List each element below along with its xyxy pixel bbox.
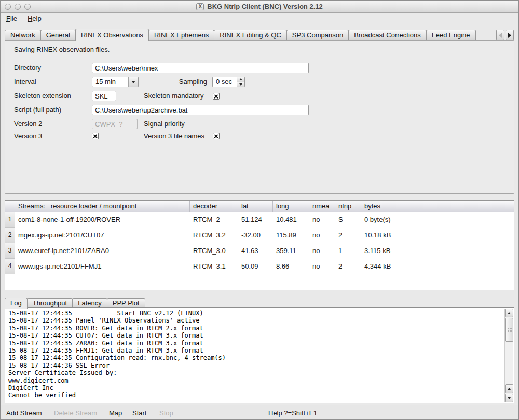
col-header-mountpoint[interactable]: Streams: resource loader / mountpoint — [15, 201, 190, 212]
col-header-ntrip[interactable]: ntrip — [335, 201, 361, 212]
col-header-bytes[interactable]: bytes — [361, 201, 514, 212]
menu-file[interactable]: File — [6, 15, 17, 22]
table-row[interactable]: 3 www.euref-ip.net:2101/ZARA0 RTCM_3.0 4… — [5, 243, 514, 259]
cell-nmea: no — [309, 243, 335, 259]
scroll-down-button[interactable] — [505, 394, 513, 402]
version3-filenames-checkbox[interactable] — [213, 133, 220, 139]
version3-checkbox[interactable] — [92, 133, 99, 139]
row-number[interactable]: 4 — [5, 259, 15, 274]
delete-stream-button: Delete Stream — [54, 409, 97, 417]
rinex-observations-panel: Saving RINEX observation files. Director… — [5, 40, 514, 194]
cell-decoder: RTCM_3.2 — [190, 228, 238, 243]
cell-mountpoint: www.euref-ip.net:2101/ZARA0 — [15, 243, 190, 259]
cell-bytes: 0 byte(s) — [361, 212, 514, 228]
skeleton-mandatory-checkbox[interactable] — [213, 93, 220, 100]
header-corner-cell — [5, 201, 15, 212]
tab-rinex-observations[interactable]: RINEX Observations — [75, 29, 149, 41]
scrollbar-up-icon — [508, 312, 511, 314]
tab-throughput[interactable]: Throughput — [27, 298, 73, 308]
tab-feed-engine[interactable]: Feed Engine — [426, 30, 476, 40]
row-number[interactable]: 1 — [5, 212, 15, 228]
cell-mountpoint: com1-8-none-1-off-19200/ROVER — [15, 212, 190, 228]
version2-input — [92, 119, 138, 129]
log-tab-bar: Log Throughput Latency PPP Plot — [5, 297, 145, 308]
cell-ntrip: 1 — [335, 243, 361, 259]
row-number[interactable]: 3 — [5, 243, 15, 259]
combo-dropdown-button[interactable] — [128, 77, 138, 87]
tab-scroll-left-button[interactable] — [496, 30, 504, 40]
log-pane: 15-08-17 12:44:35 ========== Start BNC v… — [5, 307, 514, 403]
tab-rinex-ephemeris[interactable]: RINEX Ephemeris — [148, 30, 214, 40]
cell-mountpoint: www.igs-ip.net:2101/FFMJ1 — [15, 259, 190, 274]
cell-ntrip: 2 — [335, 259, 361, 274]
tab-scroll-right-button[interactable] — [506, 30, 514, 40]
table-row[interactable]: 2 mgex.igs-ip.net:2101/CUT07 RTCM_3.2 -3… — [5, 228, 514, 243]
spin-down-button[interactable] — [237, 82, 244, 87]
tab-latency[interactable]: Latency — [72, 298, 107, 308]
tab-rinex-editing-qc[interactable]: RINEX Editing & QC — [214, 30, 287, 40]
table-row[interactable]: 1 com1-8-none-1-off-19200/ROVER RTCM_2 5… — [5, 212, 514, 228]
window-title: BKG Ntrip Client (BNC) Version 2.12 — [207, 3, 322, 10]
tab-general[interactable]: General — [40, 30, 76, 40]
cell-long: 359.11 — [273, 243, 309, 259]
skeleton-extension-input[interactable] — [92, 91, 116, 101]
sampling-spinner[interactable]: 0 sec — [212, 77, 245, 87]
log-line: 15-08-17 12:44:35 CUT07: Get data in RTC… — [8, 332, 502, 339]
cell-long: 8.66 — [273, 259, 309, 274]
scroll-up-button-bottom[interactable] — [505, 384, 513, 393]
log-line: 15-08-17 12:44:36 SSL Error — [8, 362, 502, 369]
chevron-down-icon — [131, 81, 135, 83]
script-input[interactable] — [92, 105, 309, 115]
map-button[interactable]: Map — [109, 409, 122, 417]
menu-bar: File Help — [1, 13, 518, 24]
cell-bytes: 3.115 kB — [361, 243, 514, 259]
spin-up-icon — [239, 78, 242, 80]
add-stream-button[interactable]: Add Stream — [6, 409, 42, 417]
interval-combobox[interactable]: 15 min — [92, 77, 139, 87]
menu-help[interactable]: Help — [28, 15, 42, 22]
log-line: DigiCert Inc — [8, 384, 502, 391]
tab-sp3-comparison[interactable]: SP3 Comparison — [286, 30, 349, 40]
log-line: 15-08-17 12:44:35 FFMJ1: Get data in RTC… — [8, 347, 502, 354]
spin-up-button[interactable] — [237, 77, 244, 82]
streams-table: Streams: resource loader / mountpoint de… — [5, 200, 514, 290]
cell-lat: 51.124 — [238, 212, 273, 228]
streams-table-header: Streams: resource loader / mountpoint de… — [5, 201, 514, 212]
col-header-nmea[interactable]: nmea — [309, 201, 335, 212]
directory-label: Directory — [14, 63, 41, 73]
log-line: 15-08-17 12:44:35 ZARA0: Get data in RTC… — [8, 340, 502, 347]
scrollbar-thumb[interactable] — [505, 318, 513, 342]
interval-value: 15 min — [92, 77, 128, 87]
bnc-window: { "window": { "title": "BKG Ntrip Client… — [0, 0, 519, 420]
cell-bytes: 10.18 kB — [361, 228, 514, 243]
cell-lat: 41.63 — [238, 243, 273, 259]
log-vertical-scrollbar[interactable] — [504, 309, 513, 402]
log-line: 15-08-17 12:44:35 ROVER: Get data in RTC… — [8, 325, 502, 332]
title-bar: X BKG Ntrip Client (BNC) Version 2.12 — [1, 1, 518, 13]
spin-down-icon — [239, 83, 242, 86]
help-shortcut-label[interactable]: Help ?=Shift+F1 — [268, 409, 317, 417]
start-button[interactable]: Start — [132, 409, 146, 417]
log-text[interactable]: 15-08-17 12:44:35 ========== Start BNC v… — [8, 310, 502, 402]
script-label: Script (full path) — [14, 105, 61, 115]
cell-long: 10.481 — [273, 212, 309, 228]
col-header-lat[interactable]: lat — [238, 201, 273, 212]
cell-bytes: 4.344 kB — [361, 259, 514, 274]
col-header-long[interactable]: long — [273, 201, 309, 212]
tab-log[interactable]: Log — [5, 298, 28, 309]
table-row[interactable]: 4 www.igs-ip.net:2101/FFMJ1 RTCM_3.1 50.… — [5, 259, 514, 274]
signal-priority-label: Signal priority — [144, 119, 185, 129]
stop-button: Stop — [159, 409, 173, 417]
log-line: 15-08-17 12:44:35 ========== Start BNC v… — [8, 310, 502, 317]
x11-app-icon: X — [196, 3, 204, 10]
scroll-up-button[interactable] — [505, 309, 513, 317]
col-header-decoder[interactable]: decoder — [190, 201, 238, 212]
tab-broadcast-corrections[interactable]: Broadcast Corrections — [348, 30, 427, 40]
tab-network[interactable]: Network — [5, 30, 41, 40]
row-number[interactable]: 2 — [5, 228, 15, 243]
directory-input[interactable] — [92, 63, 309, 73]
skeleton-extension-label: Skeleton extension — [14, 91, 71, 101]
tab-ppp-plot[interactable]: PPP Plot — [107, 298, 145, 308]
version3-filenames-label: Version 3 file names — [144, 131, 204, 142]
interval-label: Interval — [14, 77, 36, 87]
